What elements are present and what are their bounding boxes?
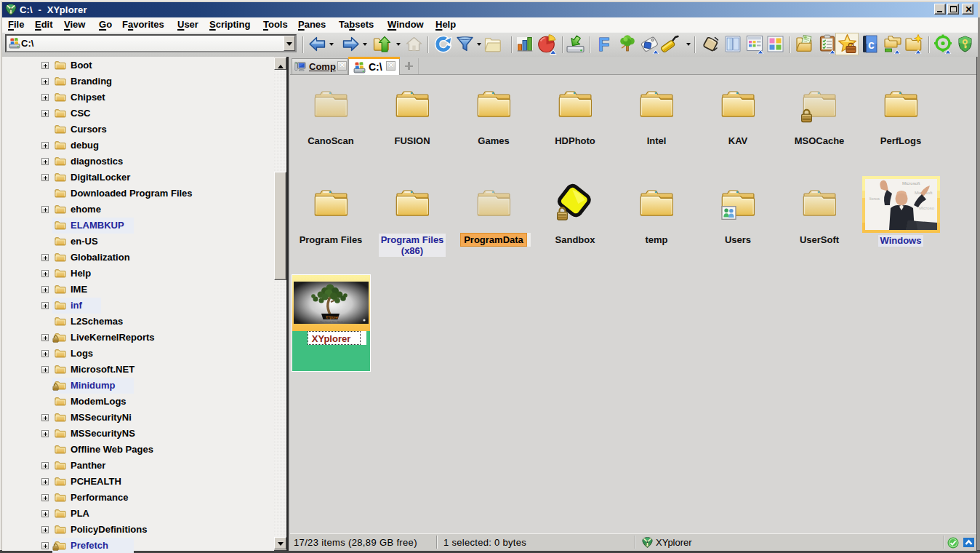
- svg-text:Microsoft: Microsoft: [902, 181, 920, 186]
- svg-text:The Out-of-This-World-present: The Out-of-This-World-present: [320, 321, 351, 324]
- svg-text:F: F: [598, 34, 609, 54]
- svg-text:Microso: Microso: [919, 206, 935, 210]
- svg-text:c: c: [868, 39, 875, 51]
- svg-text:XYplorer: XYplorer: [326, 316, 339, 319]
- svg-text:licros: licros: [869, 196, 880, 201]
